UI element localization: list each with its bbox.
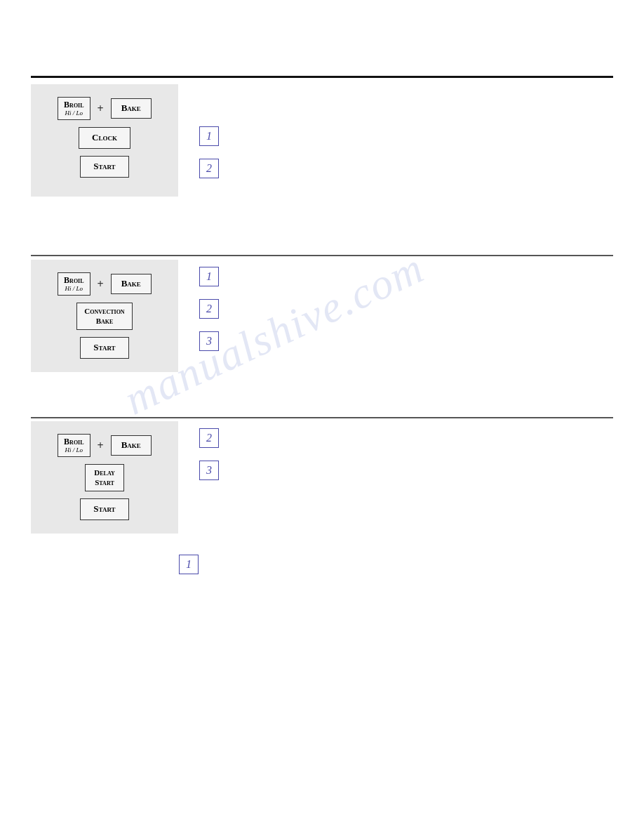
section-3: Broil Hi / Lo + Bake Delay Start Start 2… [31,421,613,534]
section-2: Broil Hi / Lo + Bake Convection Bake Sta… [31,260,613,372]
step-number-2-3: 3 [199,331,219,351]
delay-start-button[interactable]: Delay Start [85,464,123,491]
step-1-2: 2 [199,159,613,178]
section-rule-3 [31,417,613,418]
step-3-2: 2 [199,428,613,448]
steps-area-2: 1 2 3 [178,260,613,351]
broil-button-2[interactable]: Broil Hi / Lo [58,272,90,296]
step-number-3-3: 3 [199,461,219,480]
start-button-2[interactable]: Start [80,337,128,359]
step-3-1: 1 [179,555,199,574]
step-number-2-2: 2 [199,299,219,319]
step-1-1: 1 [199,126,613,146]
section-rule-2 [31,255,613,256]
top-rule [31,76,613,78]
bake-button-1[interactable]: Bake [111,98,152,119]
step-number-1-1: 1 [199,126,219,146]
bake-button-2[interactable]: Bake [111,274,152,294]
plus-sign-3: + [98,439,104,452]
section-1: Broil Hi / Lo + Bake Clock Start 1 2 [31,84,613,197]
steps-area-3: 2 3 [178,421,613,480]
step-2-1: 1 [199,267,613,286]
steps-area-1: 1 2 [178,84,613,178]
plus-sign-1: + [98,102,104,115]
broil-button-1[interactable]: Broil Hi / Lo [58,97,90,120]
panel-1-top-row: Broil Hi / Lo + Bake [58,97,152,120]
clock-button[interactable]: Clock [79,127,130,149]
step-2-2: 2 [199,299,613,319]
step-3-3: 3 [199,461,613,480]
panel-2: Broil Hi / Lo + Bake Convection Bake Sta… [31,260,178,372]
step-number-3-2: 2 [199,428,219,448]
panel-3-top-row: Broil Hi / Lo + Bake [58,434,152,457]
broil-button-3[interactable]: Broil Hi / Lo [58,434,90,457]
panel-3: Broil Hi / Lo + Bake Delay Start Start [31,421,178,534]
step-number-2-1: 1 [199,267,219,286]
plus-sign-2: + [98,278,104,291]
start-button-1[interactable]: Start [80,156,128,178]
panel-2-top-row: Broil Hi / Lo + Bake [58,272,152,296]
step-2-3: 3 [199,331,613,351]
start-button-3[interactable]: Start [80,498,128,520]
bake-button-3[interactable]: Bake [111,435,152,456]
panel-1: Broil Hi / Lo + Bake Clock Start [31,84,178,197]
step-number-3-1: 1 [179,555,199,574]
convbake-button[interactable]: Convection Bake [76,303,132,330]
step-number-1-2: 2 [199,159,219,178]
